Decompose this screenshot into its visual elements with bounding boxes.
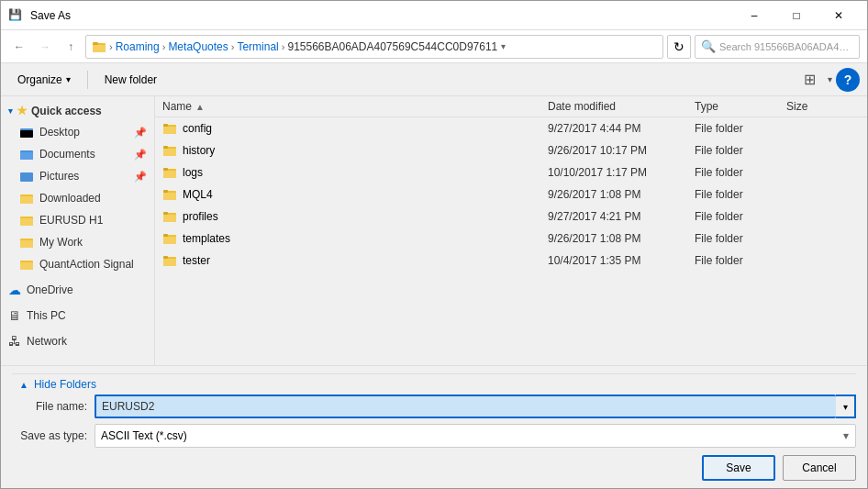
file-area: Name ▲ Date modified Type Size bbox=[155, 96, 867, 365]
file-row-profiles[interactable]: profiles 9/27/2017 4:21 PM File folder bbox=[155, 206, 867, 228]
svg-rect-30 bbox=[163, 212, 168, 215]
desktop-icon bbox=[19, 125, 34, 139]
svg-rect-29 bbox=[163, 215, 176, 222]
cancel-button[interactable]: Cancel bbox=[783, 455, 856, 481]
back-button[interactable]: ← bbox=[8, 36, 30, 58]
help-button[interactable]: ? bbox=[836, 68, 860, 92]
name-sort-icon: ▲ bbox=[195, 102, 205, 112]
title-bar-left: 💾 Save As bbox=[8, 8, 71, 23]
hide-folders-row[interactable]: ▲ Hide Folders bbox=[12, 373, 856, 395]
sidebar-item-pictures[interactable]: Pictures 📌 bbox=[1, 165, 154, 187]
svg-rect-7 bbox=[20, 172, 33, 182]
help-label: ? bbox=[844, 72, 852, 87]
onedrive-label: OneDrive bbox=[27, 283, 73, 296]
breadcrumb-roaming[interactable]: Roaming bbox=[116, 40, 160, 53]
up-button[interactable]: ↑ bbox=[60, 36, 82, 58]
sidebar-item-onedrive[interactable]: ☁ OneDrive bbox=[1, 279, 154, 301]
file-row-config[interactable]: config 9/27/2017 4:44 PM File folder bbox=[155, 117, 867, 139]
file-name-tester: tester bbox=[162, 253, 548, 268]
maximize-button[interactable]: □ bbox=[775, 1, 818, 30]
sidebar-item-network[interactable]: 🖧 Network bbox=[1, 330, 154, 352]
hide-folders-chevron: ▲ bbox=[19, 380, 28, 390]
title-controls: – □ ✕ bbox=[733, 1, 860, 30]
sidebar-item-desktop[interactable]: Desktop 📌 bbox=[1, 121, 154, 143]
breadcrumb-metaquotes[interactable]: MetaQuotes bbox=[168, 40, 228, 53]
thispc-label: This PC bbox=[27, 309, 66, 322]
breadcrumb-hash[interactable]: 915566BA06ADA407569C544CC0D97611 bbox=[287, 40, 497, 53]
minimize-button[interactable]: – bbox=[733, 1, 775, 30]
breadcrumb[interactable]: › Roaming › MetaQuotes › Terminal › 9155… bbox=[85, 35, 663, 59]
save-as-dialog: 💾 Save As – □ ✕ ← → ↑ › Roaming › MetaQu… bbox=[0, 0, 868, 489]
file-row-mql4[interactable]: MQL4 9/26/2017 1:08 PM File folder bbox=[155, 183, 867, 206]
file-type-config: File folder bbox=[695, 122, 786, 135]
thispc-section: 🖥 This PC bbox=[1, 305, 154, 327]
file-type-history: File folder bbox=[695, 144, 786, 157]
file-row-history[interactable]: history 9/26/2017 10:17 PM File folder bbox=[155, 139, 867, 161]
col-header-date[interactable]: Date modified bbox=[548, 100, 695, 113]
svg-rect-13 bbox=[20, 240, 33, 248]
col-header-type[interactable]: Type bbox=[695, 100, 786, 113]
dialog-title: Save As bbox=[30, 9, 71, 22]
hide-folders-label: Hide Folders bbox=[34, 378, 96, 391]
downloaded-folder-icon bbox=[19, 191, 34, 206]
file-row-tester[interactable]: tester 10/4/2017 1:35 PM File folder bbox=[155, 250, 867, 272]
file-date-logs: 10/10/2017 1:17 PM bbox=[548, 166, 695, 179]
organize-label: Organize bbox=[17, 73, 62, 86]
new-folder-button[interactable]: New folder bbox=[95, 67, 166, 93]
file-type-profiles: File folder bbox=[695, 210, 786, 223]
svg-rect-23 bbox=[163, 171, 176, 178]
desktop-label: Desktop bbox=[39, 126, 80, 139]
eurusd-folder-icon bbox=[19, 213, 34, 228]
svg-rect-27 bbox=[163, 190, 168, 193]
folder-icon-config bbox=[162, 121, 177, 136]
sidebar-item-thispc[interactable]: 🖥 This PC bbox=[1, 305, 154, 327]
file-type-tester: File folder bbox=[695, 254, 786, 267]
svg-rect-33 bbox=[163, 234, 168, 237]
quick-access-label: Quick access bbox=[31, 105, 102, 117]
col-header-name[interactable]: Name ▲ bbox=[162, 100, 548, 113]
file-row-logs[interactable]: logs 10/10/2017 1:17 PM File folder bbox=[155, 161, 867, 183]
forward-button[interactable]: → bbox=[34, 36, 56, 58]
folder-icon-history bbox=[162, 143, 177, 158]
breadcrumb-sep-4: › bbox=[282, 41, 285, 52]
view-toggle-button[interactable]: ⊞ bbox=[795, 67, 824, 93]
svg-rect-17 bbox=[163, 127, 176, 134]
svg-rect-6 bbox=[20, 152, 33, 160]
thispc-icon: 🖥 bbox=[8, 308, 21, 323]
refresh-button[interactable]: ↻ bbox=[667, 35, 691, 59]
svg-rect-1 bbox=[93, 45, 106, 52]
filename-dropdown-button[interactable]: ▾ bbox=[836, 395, 856, 418]
file-name-label: File name: bbox=[12, 400, 95, 413]
sidebar-item-documents[interactable]: Documents 📌 bbox=[1, 143, 154, 165]
sidebar-item-quantaction[interactable]: QuantAction Signal bbox=[1, 253, 154, 275]
search-box[interactable]: 🔍 Search 915566BA06ADA4075... bbox=[695, 35, 860, 59]
quick-access-header[interactable]: ▾ ★ Quick access bbox=[1, 100, 154, 121]
svg-rect-32 bbox=[163, 237, 176, 244]
onedrive-icon: ☁ bbox=[8, 283, 21, 297]
onedrive-section: ☁ OneDrive bbox=[1, 279, 154, 301]
file-name-logs: logs bbox=[162, 165, 548, 180]
svg-rect-2 bbox=[93, 42, 98, 45]
toolbar: Organize ▾ New folder ⊞ ▾ ? bbox=[1, 63, 867, 96]
breadcrumb-terminal[interactable]: Terminal bbox=[237, 40, 278, 53]
save-type-select[interactable]: ASCII Text (*.csv) bbox=[95, 424, 856, 448]
quick-access-star-icon: ★ bbox=[17, 104, 28, 117]
network-section: 🖧 Network bbox=[1, 330, 154, 352]
quantaction-label: QuantAction Signal bbox=[39, 258, 134, 271]
file-name-history: history bbox=[162, 143, 548, 158]
file-row-templates[interactable]: templates 9/26/2017 1:08 PM File folder bbox=[155, 228, 867, 250]
sidebar-item-mywork[interactable]: My Work bbox=[1, 231, 154, 253]
sidebar-item-downloaded[interactable]: Downloaded bbox=[1, 187, 154, 209]
col-header-size[interactable]: Size bbox=[786, 100, 860, 113]
folder-icon-templates bbox=[162, 231, 177, 246]
title-icon: 💾 bbox=[8, 8, 23, 23]
close-button[interactable]: ✕ bbox=[818, 1, 860, 30]
sidebar-item-eurusd[interactable]: EURUSD H1 bbox=[1, 209, 154, 231]
organize-button[interactable]: Organize ▾ bbox=[8, 67, 80, 93]
save-type-row: Save as type: ASCII Text (*.csv) bbox=[12, 424, 856, 448]
svg-rect-20 bbox=[163, 149, 176, 156]
file-name-input[interactable] bbox=[95, 395, 836, 418]
breadcrumb-sep-3: › bbox=[231, 41, 235, 52]
save-button[interactable]: Save bbox=[702, 455, 775, 481]
breadcrumb-sep-1: › bbox=[109, 41, 113, 52]
